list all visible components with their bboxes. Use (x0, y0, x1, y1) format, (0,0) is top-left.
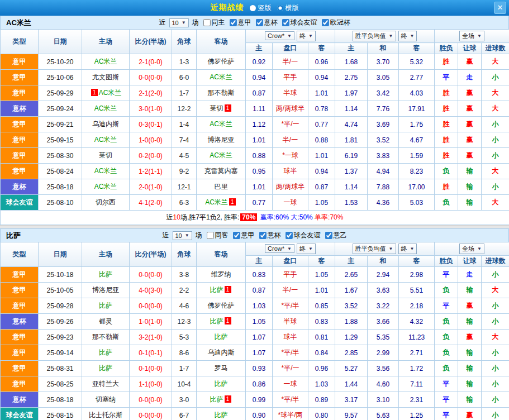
competition-0-label[interactable]: 意甲 (227, 18, 251, 27)
bookmaker-select[interactable]: Crow*▼ (265, 31, 294, 40)
home-team-name: AC米兰 (94, 58, 117, 65)
corners: 4-5 (172, 148, 197, 164)
competition-1-checkbox[interactable] (256, 19, 263, 26)
home-team-name: 比萨 (99, 302, 112, 309)
avg-draw: 2.99 (368, 345, 399, 361)
odds-stage-select[interactable]: 终▼ (297, 244, 316, 254)
chevron-down-icon: ▼ (308, 246, 313, 251)
sub-header-0: 主 (246, 43, 273, 54)
away-team-name: 佛罗伦萨 (208, 58, 235, 65)
avg-lose: 4.67 (399, 132, 435, 148)
match-row: 意甲25-09-14比萨0-1(0-1)8-6乌迪内斯1.07*平/半0.842… (1, 345, 509, 361)
avg-win: 6.19 (335, 148, 368, 164)
competition-0-checkbox[interactable] (230, 19, 237, 26)
score: 0-2(0-0) (130, 148, 172, 164)
competition-1-label[interactable]: 意杯 (257, 231, 281, 240)
same-venue-label[interactable]: 同客 (204, 231, 229, 240)
avg-draw: 4.94 (368, 164, 399, 179)
match-date: 25-10-06 (39, 70, 82, 85)
result-handicap: 走 (458, 267, 482, 283)
same-venue-checkbox[interactable] (203, 19, 211, 26)
competition-2-label[interactable]: 球会友谊 (280, 18, 317, 27)
same-venue-label[interactable]: 同主 (201, 18, 225, 27)
competition-1-label[interactable]: 意杯 (254, 18, 278, 27)
result-handicap: 赢 (458, 132, 482, 148)
avg-stage-select[interactable]: 终▼ (398, 244, 417, 254)
summary-cell: 近10场,胜7平1负2, 胜率:70% 赢率:60% 大:50% 单率:70% (1, 211, 509, 225)
odds-home: 1.03 (246, 298, 273, 314)
away-team-name: 比萨 (210, 317, 223, 325)
home-team: 比萨 (82, 345, 130, 361)
bookmaker-select[interactable]: Crow*▼ (265, 244, 294, 253)
away-team-name: AC米兰 (210, 151, 232, 159)
away-team: 比萨 (197, 408, 246, 420)
league-badge: 意甲 (1, 298, 39, 314)
home-team-name: AC米兰 (94, 183, 117, 190)
avg-lose: 17.00 (399, 179, 435, 195)
corners: 6-0 (172, 70, 197, 85)
score: 1-1(0-0) (130, 376, 172, 392)
sub-header-8: 进球数 (482, 256, 509, 267)
odds-stage-select[interactable]: 终▼ (297, 31, 316, 41)
result-wdl: 负 (435, 361, 458, 376)
odds-home: 0.83 (246, 267, 273, 283)
match-count-select[interactable]: 10▼ (169, 18, 188, 27)
result-handicap: 赢 (458, 148, 482, 164)
away-team-name: AC米兰 (210, 120, 232, 128)
result-wdl: 负 (435, 345, 458, 361)
home-team: 亚特兰大 (82, 376, 130, 392)
odds-away: 1.01 (308, 85, 335, 101)
odds-home: 0.95 (246, 164, 273, 179)
scope-select[interactable]: 全场▼ (459, 31, 484, 41)
filter-bar: 近10▼场同客意甲意杯球会友谊意乙 (162, 231, 346, 240)
avg-type-select[interactable]: 胜平负均值▼ (353, 244, 396, 254)
scope-select[interactable]: 全场▼ (459, 244, 484, 254)
same-venue-checkbox[interactable] (207, 232, 214, 239)
match-date: 25-09-28 (39, 298, 82, 314)
avg-stage-select-value: 终 (401, 245, 407, 253)
odds-away: 0.89 (308, 392, 335, 408)
result-goals: 小 (482, 345, 509, 361)
layout-radio-horizontal[interactable]: 横版 (277, 3, 299, 13)
avg-draw: 3.05 (368, 70, 399, 85)
result-goals: 大 (482, 195, 509, 211)
competition-0-label[interactable]: 意甲 (231, 231, 255, 240)
competition-2-label[interactable]: 球会友谊 (283, 231, 321, 240)
odds-home: 1.07 (246, 345, 273, 361)
avg-stage-select[interactable]: 终▼ (398, 31, 417, 41)
away-team: AC米兰 (197, 70, 246, 85)
near-label: 近 (162, 231, 169, 240)
odds-group-header: Crow*▼终▼ (246, 242, 335, 256)
home-team-name: 乌迪内斯 (92, 120, 119, 128)
competition-3-checkbox[interactable] (322, 19, 329, 26)
match-count-select[interactable]: 10▼ (172, 231, 192, 240)
home-team: 莱切 (82, 148, 130, 164)
sections-container: AC米兰近10▼场同主意甲意杯球会友谊欧冠杯类型日期主场比分(半场)角球客场Cr… (0, 16, 509, 420)
score: 0-0(0-0) (130, 408, 172, 420)
competition-3-label[interactable]: 欧冠杯 (320, 18, 350, 27)
home-team: 尤文图斯 (82, 70, 130, 85)
close-button[interactable]: ✕ (494, 2, 506, 14)
competition-2-checkbox[interactable] (282, 19, 289, 26)
result-goals: 小 (482, 70, 509, 85)
odds-home: 0.94 (246, 70, 273, 85)
chevron-down-icon: ▼ (389, 34, 393, 39)
league-badge: 意甲 (1, 330, 39, 345)
layout-radio-vertical[interactable]: 竖版 (250, 3, 272, 13)
handicap: *半/一 (273, 117, 308, 132)
handicap: 一球 (273, 195, 308, 211)
avg-type-select[interactable]: 胜平负均值▼ (353, 31, 396, 41)
competition-3-checkbox[interactable] (325, 232, 332, 239)
matches-table: 类型日期主场比分(半场)角球客场Crow*▼终▼胜平负均值▼终▼全场▼主盘口客主… (0, 242, 509, 420)
avg-draw: 3.83 (368, 148, 399, 164)
odds-away: 0.94 (308, 70, 335, 85)
odds-home: 0.90 (246, 408, 273, 420)
competition-1-checkbox[interactable] (259, 232, 267, 239)
competition-1-text: 意杯 (264, 18, 278, 27)
sub-header-0: 主 (246, 256, 273, 267)
scope-group-header: 全场▼ (435, 242, 509, 256)
competition-2-checkbox[interactable] (286, 232, 293, 239)
competition-3-label[interactable]: 意乙 (323, 231, 347, 240)
competition-0-checkbox[interactable] (233, 232, 240, 239)
league-badge: 意甲 (1, 54, 39, 70)
